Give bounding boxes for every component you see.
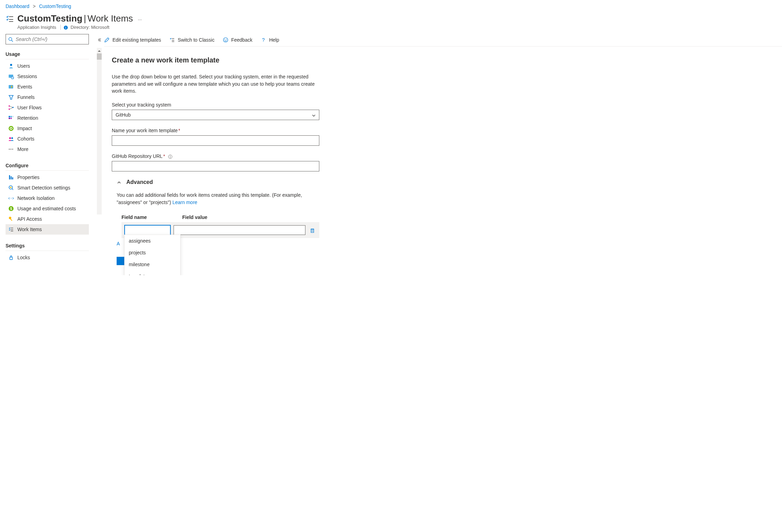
help-button[interactable]: ? Help bbox=[261, 37, 279, 43]
svg-rect-20 bbox=[12, 116, 14, 117]
retention-icon bbox=[7, 115, 15, 121]
search-icon bbox=[8, 36, 13, 42]
work-items-icon bbox=[6, 15, 14, 23]
svg-point-33 bbox=[10, 187, 11, 188]
svg-rect-42 bbox=[10, 257, 12, 260]
switch-icon bbox=[169, 37, 175, 43]
impact-icon bbox=[7, 126, 15, 131]
field-row: assignees projects milestone template bbox=[121, 222, 319, 238]
nav-events[interactable]: Events bbox=[6, 82, 89, 92]
advanced-toggle[interactable]: Advanced bbox=[117, 179, 319, 185]
nav-funnels[interactable]: Funnels bbox=[6, 92, 89, 102]
svg-rect-17 bbox=[12, 107, 14, 108]
svg-point-7 bbox=[10, 64, 12, 66]
dropdown-assignees[interactable]: assignees bbox=[125, 235, 180, 247]
repo-url-label: GitHub Repository URL* bbox=[112, 153, 319, 159]
field-value-header: Field value bbox=[182, 214, 319, 220]
info-icon[interactable] bbox=[168, 153, 173, 159]
tracking-system-select[interactable]: GitHub bbox=[112, 110, 319, 120]
svg-text:i: i bbox=[65, 26, 66, 29]
breadcrumb-separator: > bbox=[33, 3, 35, 9]
svg-point-25 bbox=[10, 128, 12, 129]
nav-smart-detection[interactable]: Smart Detection settings bbox=[6, 183, 89, 193]
collapse-sidebar-button[interactable] bbox=[97, 37, 102, 42]
svg-rect-15 bbox=[9, 105, 10, 107]
nav-locks[interactable]: Locks bbox=[6, 252, 89, 263]
more-actions-button[interactable]: ··· bbox=[138, 17, 142, 22]
field-name-header: Field name bbox=[121, 214, 182, 220]
events-icon bbox=[7, 84, 15, 90]
section-settings: Settings bbox=[6, 240, 89, 251]
svg-rect-30 bbox=[12, 177, 13, 179]
switch-classic-button[interactable]: Switch to Classic bbox=[169, 37, 215, 43]
chevron-up-icon bbox=[117, 179, 121, 185]
scroll-thumb[interactable] bbox=[97, 53, 102, 60]
svg-text:$: $ bbox=[10, 207, 12, 211]
resource-type: Application Insights bbox=[17, 25, 56, 30]
svg-rect-54 bbox=[311, 229, 314, 233]
feedback-icon bbox=[223, 37, 228, 43]
nav-properties[interactable]: Properties bbox=[6, 172, 89, 183]
breadcrumb-current[interactable]: CustomTesting bbox=[39, 3, 71, 9]
svg-point-49 bbox=[226, 39, 227, 40]
field-name-input[interactable] bbox=[124, 225, 171, 235]
nav-cohorts[interactable]: Cohorts bbox=[6, 134, 89, 144]
nav-retention[interactable]: Retention bbox=[6, 113, 89, 123]
nav-usage-costs[interactable]: $ Usage and estimated costs bbox=[6, 203, 89, 214]
scroll-up-arrow[interactable] bbox=[97, 50, 102, 52]
feedback-button[interactable]: Feedback bbox=[223, 37, 252, 43]
svg-line-32 bbox=[12, 189, 14, 190]
edit-templates-button[interactable]: Edit existing templates bbox=[104, 37, 161, 43]
dropdown-milestone[interactable]: milestone bbox=[125, 259, 180, 270]
dropdown-template[interactable]: template bbox=[125, 270, 180, 275]
locks-icon bbox=[7, 255, 15, 260]
repo-url-input[interactable] bbox=[112, 161, 319, 171]
learn-more-link[interactable]: Learn more bbox=[173, 200, 197, 205]
scrollbar[interactable] bbox=[97, 48, 102, 214]
svg-rect-19 bbox=[10, 116, 12, 117]
page-header: CustomTesting|Work Items Application Ins… bbox=[0, 11, 782, 34]
svg-rect-18 bbox=[9, 116, 10, 117]
field-value-input[interactable] bbox=[174, 225, 305, 235]
breadcrumb-dashboard[interactable]: Dashboard bbox=[6, 3, 30, 9]
network-isolation-icon: <·> bbox=[7, 195, 15, 201]
svg-point-48 bbox=[224, 39, 225, 40]
svg-rect-22 bbox=[10, 118, 12, 119]
svg-rect-29 bbox=[11, 176, 12, 179]
nav-work-items[interactable]: Work Items bbox=[6, 224, 89, 235]
dropdown-projects[interactable]: projects bbox=[125, 247, 180, 259]
svg-rect-21 bbox=[9, 118, 10, 119]
field-name-dropdown: assignees projects milestone template bbox=[124, 235, 180, 275]
template-name-label: Name your work item template* bbox=[112, 128, 319, 133]
smart-detection-icon bbox=[7, 185, 15, 191]
search-input[interactable] bbox=[6, 34, 89, 44]
edit-icon bbox=[104, 37, 110, 43]
page-title: CustomTesting|Work Items bbox=[17, 13, 133, 24]
delete-row-button[interactable] bbox=[308, 227, 317, 233]
svg-marker-14 bbox=[9, 95, 13, 99]
svg-point-26 bbox=[9, 137, 11, 139]
svg-point-37 bbox=[9, 217, 11, 219]
nav-user-flows[interactable]: User Flows bbox=[6, 102, 89, 113]
svg-rect-38 bbox=[10, 219, 12, 221]
content-heading: Create a new work item template bbox=[112, 56, 319, 64]
svg-text:?: ? bbox=[262, 37, 265, 43]
nav-impact[interactable]: Impact bbox=[6, 123, 89, 134]
more-icon: ··· bbox=[7, 146, 15, 152]
funnels-icon bbox=[7, 94, 15, 100]
template-name-input[interactable] bbox=[112, 135, 319, 146]
nav-more[interactable]: ··· More bbox=[6, 144, 89, 154]
api-access-icon bbox=[7, 216, 15, 222]
svg-point-5 bbox=[9, 38, 12, 41]
svg-rect-16 bbox=[9, 109, 10, 110]
info-icon[interactable]: i bbox=[64, 25, 69, 30]
sessions-icon bbox=[7, 74, 15, 79]
nav-network-isolation[interactable]: <·> Network Isolation bbox=[6, 193, 89, 203]
nav-api-access[interactable]: API Access bbox=[6, 214, 89, 224]
create-button[interactable] bbox=[117, 257, 125, 265]
nav-sessions[interactable]: Sessions bbox=[6, 71, 89, 82]
svg-marker-43 bbox=[98, 50, 101, 52]
nav-users[interactable]: Users bbox=[6, 61, 89, 71]
section-usage: Usage bbox=[6, 49, 89, 59]
svg-point-47 bbox=[223, 38, 228, 42]
